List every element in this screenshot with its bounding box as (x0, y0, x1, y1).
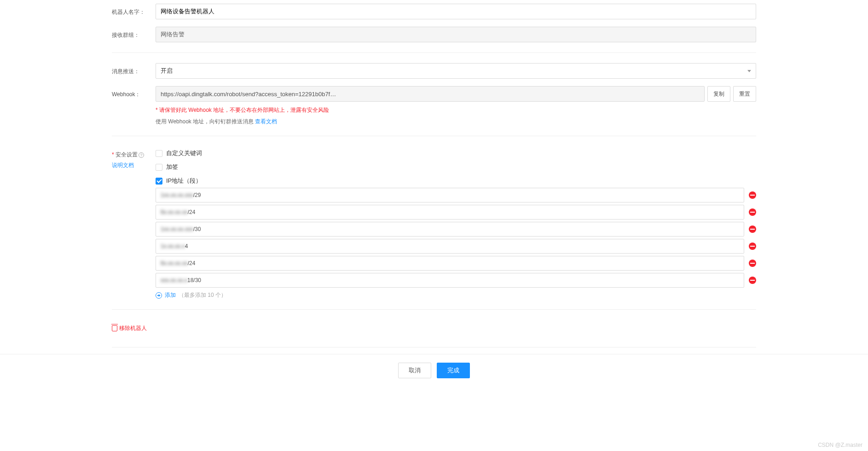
opt-ip-row: IP地址（段） (156, 174, 756, 188)
opt-ip-label: IP地址（段） (166, 177, 202, 185)
ip-input[interactable]: xxx.xx.xx.x18/30 (156, 273, 744, 288)
push-label: 消息推送： (112, 63, 151, 75)
chevron-down-icon (747, 70, 751, 72)
remove-ip-icon[interactable] (749, 208, 756, 216)
ip-row: 6x.xx.xx.xx/24 (156, 256, 756, 271)
remove-ip-icon[interactable] (749, 277, 756, 284)
opt-sign-label: 加签 (166, 163, 178, 171)
cancel-button[interactable]: 取消 (398, 363, 431, 378)
webhook-input[interactable] (156, 86, 705, 102)
delete-robot-link[interactable]: 移除机器人 (112, 316, 147, 341)
ip-row: xxx.xx.xx.x18/30 (156, 273, 756, 288)
divider (112, 136, 756, 136)
opt-keyword-row: 自定义关键词 (156, 146, 756, 160)
robot-name-label: 机器人名字： (112, 4, 151, 16)
webhook-help: 使用 Webhook 地址，向钉钉群推送消息 查看文档 (156, 118, 756, 126)
reset-button[interactable]: 重置 (733, 86, 756, 102)
remove-ip-icon[interactable] (749, 260, 756, 267)
footer: 取消 完成 (0, 354, 868, 387)
webhook-warning: * 请保管好此 Webhook 地址，不要公布在外部网站上，泄露有安全风险 (156, 106, 756, 114)
ip-input[interactable]: 1x.xx.xx.x4 (156, 239, 744, 254)
checkbox-sign[interactable] (156, 164, 162, 171)
webhook-label: Webhook： (112, 86, 151, 98)
add-ip-link[interactable]: 添加 (165, 291, 176, 299)
ip-input[interactable]: 6x.xx.xx.xx/24 (156, 205, 744, 220)
remove-ip-icon[interactable] (749, 243, 756, 250)
group-row: 接收群组： 网络告警 (112, 23, 756, 46)
checkbox-keyword[interactable] (156, 150, 162, 157)
push-row: 消息推送： 开启 (112, 59, 756, 82)
ip-row: 1xx.xx.xx.xxx/29 (156, 188, 756, 202)
trash-icon (112, 325, 117, 331)
view-doc-link[interactable]: 查看文档 (255, 118, 277, 125)
copy-button[interactable]: 复制 (707, 86, 730, 102)
security-label: 安全设置? 说明文档 (112, 146, 151, 169)
remove-ip-icon[interactable] (749, 226, 756, 233)
divider (112, 347, 756, 347)
checkbox-ip[interactable] (156, 178, 162, 185)
submit-button[interactable]: 完成 (437, 363, 470, 378)
webhook-row: Webhook： 复制 重置 * 请保管好此 Webhook 地址，不要公布在外… (112, 82, 756, 129)
robot-name-input[interactable] (156, 4, 756, 19)
divider (112, 52, 756, 53)
ip-input[interactable]: 6x.xx.xx.xx/24 (156, 256, 744, 271)
opt-sign-row: 加签 (156, 160, 756, 174)
security-row: 安全设置? 说明文档 自定义关键词 加签 IP地址（段） 1xx.xx.xx.x… (112, 143, 756, 303)
push-value: 开启 (161, 67, 173, 75)
ip-input[interactable]: 1xx.xx.xx.xxx/30 (156, 222, 744, 237)
help-icon[interactable]: ? (139, 152, 144, 158)
add-ip-row: 添加 （最多添加 10 个） (156, 291, 756, 299)
robot-name-row: 机器人名字： (112, 0, 756, 23)
divider (112, 309, 756, 310)
plus-icon[interactable] (156, 292, 162, 299)
push-select[interactable]: 开启 (156, 63, 756, 79)
remove-ip-icon[interactable] (749, 191, 756, 199)
ip-list: 1xx.xx.xx.xxx/296x.xx.xx.xx/241xx.xx.xx.… (156, 188, 756, 288)
ip-row: 1xx.xx.xx.xxx/30 (156, 222, 756, 237)
group-value: 网络告警 (156, 27, 756, 42)
ip-row: 1x.xx.xx.x4 (156, 239, 756, 254)
ip-row: 6x.xx.xx.xx/24 (156, 205, 756, 220)
add-limit: （最多添加 10 个） (179, 291, 226, 299)
security-doc-link[interactable]: 说明文档 (112, 162, 151, 169)
group-label: 接收群组： (112, 27, 151, 39)
ip-input[interactable]: 1xx.xx.xx.xxx/29 (156, 188, 744, 202)
opt-keyword-label: 自定义关键词 (166, 149, 202, 157)
